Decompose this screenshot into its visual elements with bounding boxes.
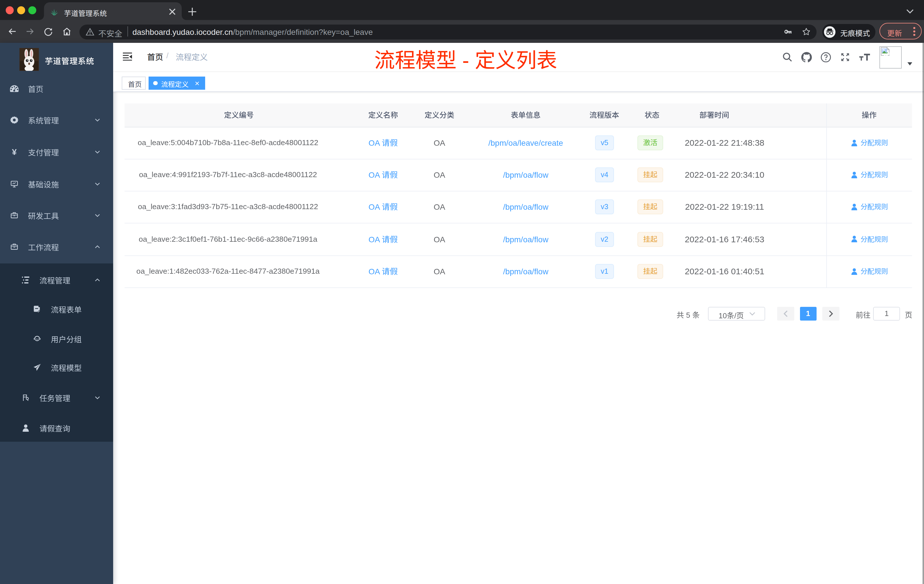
- svg-text:¥: ¥: [12, 147, 17, 157]
